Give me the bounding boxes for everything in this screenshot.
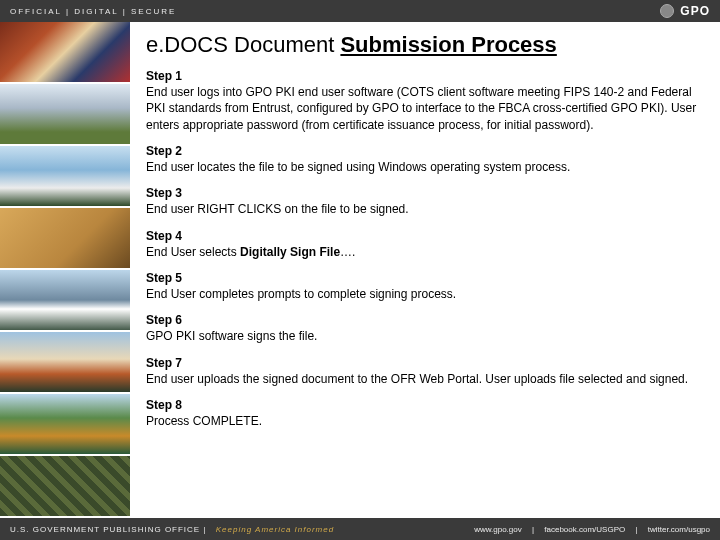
image-strip — [0, 22, 130, 518]
step-3-body: End user RIGHT CLICKS on the file to be … — [146, 202, 409, 216]
thumb-glasses-book — [0, 208, 130, 270]
step-6: Step 6 GPO PKI software signs the file. — [146, 312, 702, 344]
thumb-capitol — [0, 84, 130, 146]
step-7-body: End user uploads the signed document to … — [146, 372, 688, 386]
footer-bar: U.S. GOVERNMENT PUBLISHING OFFICE | Keep… — [0, 518, 720, 540]
step-4-body-post: …. — [340, 245, 355, 259]
gpo-logo: GPO — [660, 4, 710, 18]
thumb-eagle-flag — [0, 22, 130, 84]
step-2-body: End user locates the file to be signed u… — [146, 160, 570, 174]
step-8-label: Step 8 — [146, 397, 702, 413]
thumb-autumn — [0, 394, 130, 456]
page-title: e.DOCS Document Submission Process — [146, 32, 702, 58]
footer-left: U.S. GOVERNMENT PUBLISHING OFFICE | Keep… — [10, 525, 334, 534]
footer-sep2: | — [532, 525, 534, 534]
footer-org: U.S. GOVERNMENT PUBLISHING OFFICE — [10, 525, 200, 534]
body-area: e.DOCS Document Submission Process Step … — [0, 22, 720, 518]
footer-tagline: Keeping America Informed — [216, 525, 334, 534]
topbar-tagline: OFFICIAL | DIGITAL | SECURE — [10, 7, 176, 16]
title-underlined: Submission Process — [340, 32, 556, 57]
main-content: e.DOCS Document Submission Process Step … — [130, 22, 720, 518]
step-4-label: Step 4 — [146, 228, 702, 244]
title-prefix: e.DOCS Document — [146, 32, 340, 57]
step-8-body: Process COMPLETE. — [146, 414, 262, 428]
step-5-label: Step 5 — [146, 270, 702, 286]
step-4: Step 4 End User selects Digitally Sign F… — [146, 228, 702, 260]
step-6-label: Step 6 — [146, 312, 702, 328]
footer-sep3: | — [635, 525, 637, 534]
footer-link-tw[interactable]: twitter.com/usgpo — [648, 525, 710, 534]
step-2-label: Step 2 — [146, 143, 702, 159]
gpo-seal-icon — [660, 4, 674, 18]
step-4-body-bold: Digitally Sign File — [240, 245, 340, 259]
thumb-soldiers — [0, 456, 130, 518]
step-6-body: GPO PKI software signs the file. — [146, 329, 317, 343]
thumb-rushmore — [0, 270, 130, 332]
thumb-monument — [0, 332, 130, 394]
step-1-label: Step 1 — [146, 68, 702, 84]
step-3: Step 3 End user RIGHT CLICKS on the file… — [146, 185, 702, 217]
step-4-body-pre: End User selects — [146, 245, 240, 259]
footer-link-fb[interactable]: facebook.com/USGPO — [544, 525, 625, 534]
step-1: Step 1 End user logs into GPO PKI end us… — [146, 68, 702, 133]
step-1-body: End user logs into GPO PKI end user soft… — [146, 85, 696, 131]
gpo-logo-text: GPO — [680, 4, 710, 18]
step-2: Step 2 End user locates the file to be s… — [146, 143, 702, 175]
footer-sep: | — [203, 525, 209, 534]
top-bar: OFFICIAL | DIGITAL | SECURE GPO — [0, 0, 720, 22]
step-7: Step 7 End user uploads the signed docum… — [146, 355, 702, 387]
step-5-body: End User completes prompts to complete s… — [146, 287, 456, 301]
step-8: Step 8 Process COMPLETE. — [146, 397, 702, 429]
thumb-mountains — [0, 146, 130, 208]
footer-link-site[interactable]: www.gpo.gov — [474, 525, 522, 534]
step-7-label: Step 7 — [146, 355, 702, 371]
footer-right: www.gpo.gov | facebook.com/USGPO | twitt… — [466, 525, 710, 534]
step-5: Step 5 End User completes prompts to com… — [146, 270, 702, 302]
step-3-label: Step 3 — [146, 185, 702, 201]
